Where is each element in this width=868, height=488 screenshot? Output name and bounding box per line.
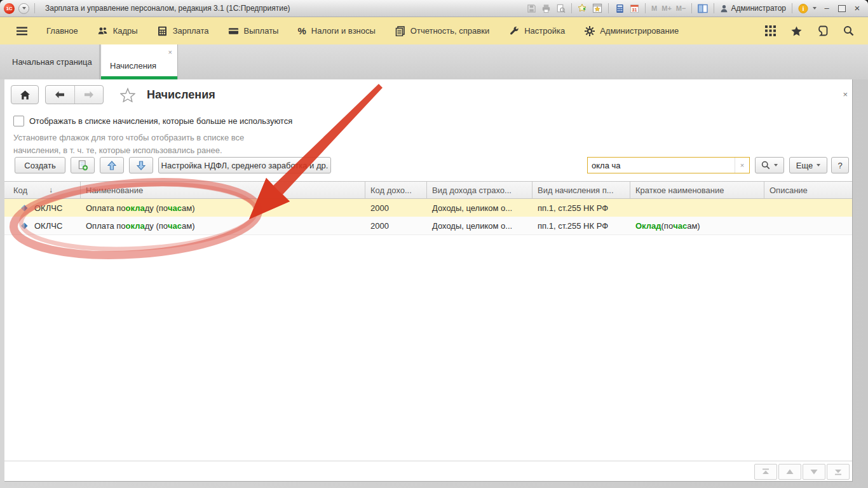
table-row[interactable]: ОКЛЧС Оплата по окладу (по часам) 2000 Д… [4, 217, 852, 235]
history-icon[interactable] [817, 25, 828, 36]
help-button[interactable]: ? [831, 157, 849, 173]
main-menu-bar: Главное Кадры Зарплата Выплаты % Налоги … [0, 17, 868, 44]
svg-text:i: i [803, 6, 804, 12]
column-header-description[interactable]: Описание [764, 182, 852, 198]
menu-item-vyplaty[interactable]: Выплаты [228, 25, 279, 36]
gear-icon [584, 25, 595, 36]
go-last-button[interactable] [827, 464, 850, 480]
back-button[interactable] [46, 86, 75, 104]
checkbox-box[interactable] [13, 116, 24, 126]
1c-logo-icon: 1С [4, 3, 15, 14]
forward-button[interactable] [75, 86, 104, 104]
command-bar: Создать Настройка НДФЛ, среднего заработ… [4, 156, 852, 176]
sort-desc-icon: ↓ [49, 186, 53, 194]
page-title: Начисления [147, 88, 215, 102]
show-unused-checkbox[interactable]: Отображать в списке начисления, которые … [13, 116, 292, 126]
search-input[interactable] [588, 161, 735, 170]
add-favorite-icon[interactable] [578, 3, 588, 13]
column-header-code[interactable]: Код↓ [4, 182, 81, 198]
arrow-up-icon [107, 161, 116, 170]
calculator-icon[interactable] [614, 3, 625, 13]
window-title: Зарплата и управление персоналом, редакц… [45, 4, 290, 13]
menu-item-nastroyka[interactable]: Настройка [508, 25, 565, 36]
menu-item-glavnoe[interactable]: Главное [46, 26, 78, 36]
list-footer [4, 461, 852, 481]
home-button[interactable] [11, 85, 39, 104]
hint-text: Установите флажок для того чтобы отобраз… [13, 132, 244, 157]
people-icon [97, 25, 108, 36]
percent-icon: % [297, 25, 306, 36]
item-diamond-icon [21, 205, 28, 212]
memory-m-minus-button[interactable]: M− [676, 4, 686, 12]
report-icon [395, 25, 405, 36]
menu-item-otchetnost[interactable]: Отчетность, справки [395, 25, 489, 36]
current-user[interactable]: Администратор [720, 4, 786, 13]
go-up-button[interactable] [778, 464, 801, 480]
memory-m-plus-button[interactable]: M+ [661, 4, 672, 12]
tab-nachisleniya[interactable]: Начисления × [100, 44, 178, 79]
preview-icon[interactable] [555, 3, 566, 13]
minimize-button[interactable]: – [821, 3, 832, 13]
menu-item-kadry[interactable]: Кадры [97, 25, 138, 36]
calculator-grid-icon [157, 25, 168, 36]
menu-item-zarplata[interactable]: Зарплата [157, 25, 209, 36]
column-header-accrual-type[interactable]: Вид начисления п... [532, 182, 630, 198]
user-icon [720, 4, 728, 13]
menu-item-administrirovanie[interactable]: Администрирование [584, 25, 679, 36]
restore-button[interactable] [838, 5, 846, 12]
move-down-button[interactable] [129, 157, 153, 173]
save-icon[interactable] [526, 3, 536, 13]
search-clear-icon[interactable]: × [735, 158, 749, 173]
favorite-star-icon[interactable] [120, 88, 135, 102]
info-dropdown-icon[interactable] [813, 7, 817, 10]
svg-text:31: 31 [632, 7, 637, 11]
home-icon [20, 90, 31, 100]
column-header-short-name[interactable]: Краткое наименование [630, 182, 764, 198]
more-dropdown-icon [817, 164, 820, 166]
move-up-button[interactable] [100, 157, 124, 173]
tab-close-icon[interactable]: × [168, 49, 172, 55]
search-dropdown-icon [774, 164, 778, 166]
table-row[interactable]: ОКЛЧС Оплата по окладу (по часам) 2000 Д… [4, 199, 852, 217]
search-box: × [587, 157, 750, 173]
split-window-icon[interactable] [698, 3, 708, 13]
search-button[interactable] [755, 157, 784, 173]
wrench-icon [508, 25, 519, 36]
close-window-button[interactable]: × [851, 3, 863, 13]
column-header-insurance[interactable]: Вид дохода страхо... [427, 182, 532, 198]
ndfl-settings-button[interactable]: Настройка НДФЛ, среднего заработка и др. [158, 157, 331, 173]
go-first-button[interactable] [754, 464, 777, 480]
column-header-name[interactable]: Наименование [81, 182, 365, 198]
create-button[interactable]: Создать [15, 157, 65, 173]
print-icon[interactable] [541, 3, 551, 13]
global-search-icon[interactable] [843, 25, 854, 36]
column-header-income-code[interactable]: Код дохо... [365, 182, 427, 198]
table-header: Код↓ Наименование Код дохо... Вид дохода… [4, 181, 852, 199]
search-icon [761, 161, 770, 170]
wallet-icon [228, 25, 239, 36]
more-button[interactable]: Еще [789, 157, 827, 173]
main-menu-chevron-icon[interactable] [18, 3, 29, 14]
go-down-button[interactable] [803, 464, 825, 480]
add-document-icon [78, 160, 88, 171]
copy-item-button[interactable] [71, 157, 95, 173]
app-window: 1С Зарплата и управление персоналом, ред… [0, 0, 868, 488]
apps-grid-icon[interactable] [765, 25, 776, 36]
title-bar: 1С Зарплата и управление персоналом, ред… [0, 0, 868, 17]
memory-m-button[interactable]: M [651, 4, 657, 12]
menu-item-nalogi[interactable]: % Налоги и взносы [297, 25, 375, 36]
form-close-icon[interactable]: × [843, 90, 848, 99]
item-diamond-icon [21, 222, 28, 229]
tab-strip: Начальная страница Начисления × [0, 44, 868, 79]
info-icon[interactable]: i [798, 3, 808, 13]
tab-home-page[interactable]: Начальная страница [4, 44, 100, 79]
favorites-star-icon[interactable] [791, 25, 802, 36]
arrow-down-icon [137, 161, 146, 170]
hamburger-icon[interactable] [17, 25, 27, 36]
form-nachisleniya: × Начисления Отображать в списке начисле… [4, 79, 853, 482]
history-nav-group [45, 85, 104, 104]
calendar-icon[interactable]: 31 [629, 3, 639, 13]
checkbox-label: Отображать в списке начисления, которые … [29, 116, 292, 126]
favorites-window-icon[interactable] [592, 3, 602, 13]
